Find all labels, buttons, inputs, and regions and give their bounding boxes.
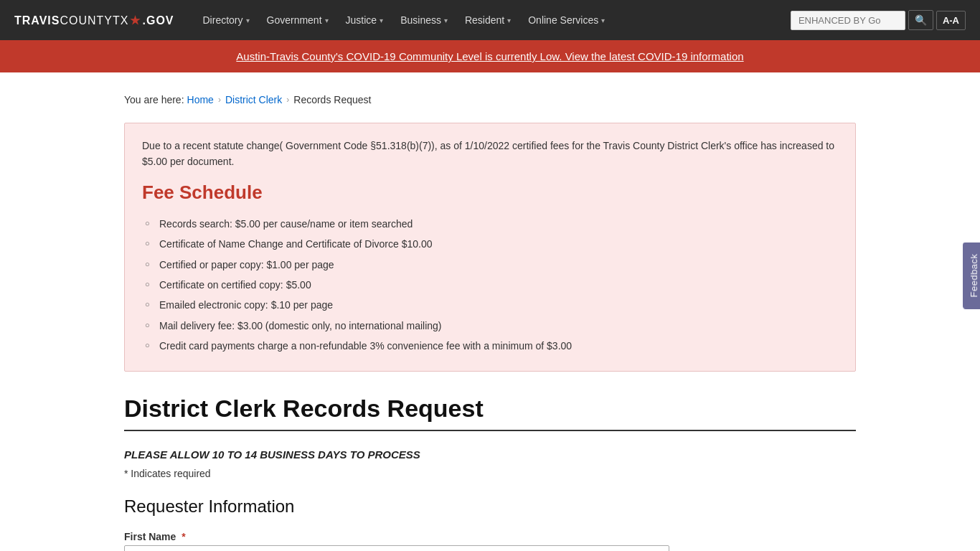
logo-county: COUNTYTX	[60, 14, 128, 27]
search-input[interactable]	[791, 11, 905, 30]
process-notice: PLEASE ALLOW 10 TO 14 BUSINESS DAYS TO P…	[124, 448, 856, 461]
breadcrumb-district-clerk[interactable]: District Clerk	[225, 94, 282, 105]
first-name-input[interactable]	[124, 545, 669, 551]
list-item: Certificate on certified copy: $5.00	[142, 275, 838, 295]
logo-gov: .GOV	[142, 14, 174, 27]
list-item: Credit card payments charge a non-refund…	[142, 336, 838, 356]
fee-schedule-title: Fee Schedule	[142, 182, 838, 204]
breadcrumb-home[interactable]: Home	[187, 94, 214, 105]
covid-banner-link[interactable]: Austin-Travis County's COVID-19 Communit…	[236, 50, 743, 62]
nav-links: Directory ▾ Government ▾ Justice ▾ Busin…	[196, 10, 791, 30]
search-icon: 🔍	[915, 14, 927, 26]
required-star-icon: *	[182, 531, 185, 542]
page-title: District Clerk Records Request	[124, 395, 856, 431]
chevron-down-icon: ▾	[444, 17, 448, 24]
fee-schedule-list: Records search: $5.00 per cause/name or …	[142, 214, 838, 357]
breadcrumb: You are here: Home › District Clerk › Re…	[124, 94, 856, 105]
logo-star: ★	[130, 14, 141, 27]
nav-item-justice[interactable]: Justice ▾	[339, 10, 391, 30]
breadcrumb-current: Records Request	[293, 94, 371, 105]
logo-travis: TRAVIS	[14, 14, 60, 27]
list-item: Records search: $5.00 per cause/name or …	[142, 214, 838, 234]
breadcrumb-sep-1: ›	[218, 95, 221, 105]
nav-item-government[interactable]: Government ▾	[260, 10, 336, 30]
list-item: Certified or paper copy: $1.00 per page	[142, 255, 838, 275]
requester-section-title: Requester Information	[124, 496, 856, 517]
chevron-down-icon: ▾	[380, 17, 383, 24]
search-button[interactable]: 🔍	[908, 10, 933, 30]
chevron-down-icon: ▾	[246, 17, 250, 24]
covid-banner: Austin-Travis County's COVID-19 Communit…	[0, 40, 980, 72]
list-item: Mail delivery fee: $3.00 (domestic only,…	[142, 316, 838, 336]
accessibility-button[interactable]: A-A	[936, 11, 966, 30]
search-area: 🔍 A-A	[791, 10, 966, 30]
notice-description: Due to a recent statute change( Governme…	[142, 138, 838, 170]
chevron-down-icon: ▾	[507, 17, 511, 24]
nav-item-online-services[interactable]: Online Services ▾	[521, 10, 612, 30]
nav-item-directory[interactable]: Directory ▾	[196, 10, 257, 30]
form-section: PLEASE ALLOW 10 TO 14 BUSINESS DAYS TO P…	[124, 448, 856, 551]
site-logo[interactable]: TRAVISCOUNTYTX★.GOV	[14, 14, 174, 27]
chevron-down-icon: ▾	[601, 17, 605, 24]
nav-item-business[interactable]: Business ▾	[393, 10, 455, 30]
notice-box: Due to a recent statute change( Governme…	[124, 123, 856, 372]
list-item: Emailed electronic copy: $.10 per page	[142, 295, 838, 315]
required-star-note: * Indicates required	[124, 468, 211, 479]
nav-item-resident[interactable]: Resident ▾	[458, 10, 518, 30]
required-note: * Indicates required	[124, 468, 856, 479]
navbar: TRAVISCOUNTYTX★.GOV Directory ▾ Governme…	[0, 0, 980, 40]
feedback-tab[interactable]: Feedback	[963, 242, 980, 309]
list-item: Certificate of Name Change and Certifica…	[142, 234, 838, 254]
breadcrumb-label: You are here:	[124, 94, 184, 105]
first-name-field: First Name *	[124, 531, 856, 551]
chevron-down-icon: ▾	[325, 17, 329, 24]
first-name-label: First Name *	[124, 531, 856, 542]
breadcrumb-sep-2: ›	[286, 95, 289, 105]
main-content: You are here: Home › District Clerk › Re…	[95, 72, 885, 551]
